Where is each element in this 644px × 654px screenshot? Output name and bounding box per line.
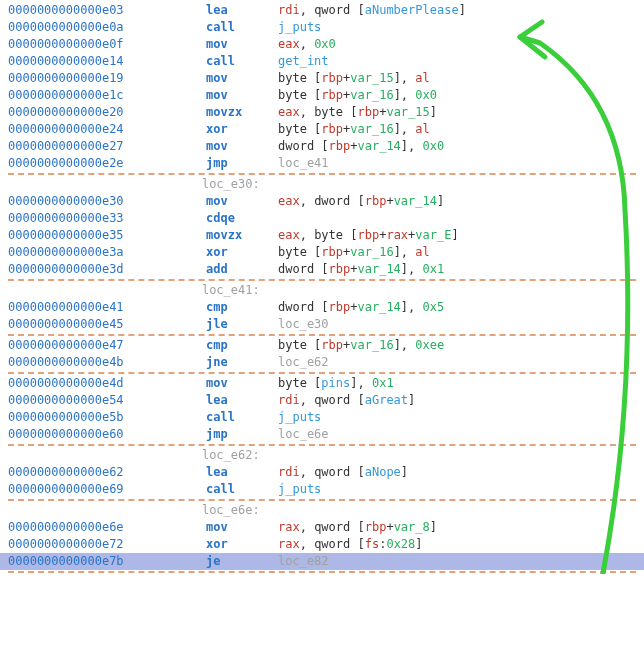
disasm-line[interactable]: 0000000000000e60jmp loc_e6e <box>0 426 644 443</box>
punct: , qword [ <box>300 393 365 407</box>
punct: , dword [ <box>300 194 365 208</box>
disasm-line[interactable]: 0000000000000e14call get_int <box>0 53 644 70</box>
operands: j_puts <box>278 481 321 498</box>
disasm-line[interactable]: 0000000000000e3axor byte [rbp+var_16], a… <box>0 244 644 261</box>
mnemonic: lea <box>206 393 228 407</box>
disasm-line[interactable]: 0000000000000e2ejmp loc_e41 <box>0 155 644 172</box>
mnemonic: mov <box>206 376 228 390</box>
symbol-ref: pins <box>321 376 350 390</box>
disasm-line[interactable]: 0000000000000e6emov rax, qword [rbp+var_… <box>0 519 644 536</box>
mnemonic-col: movzx <box>134 227 278 244</box>
punct: , qword [ <box>300 3 365 17</box>
mnemonic-col: call <box>134 53 278 70</box>
address: 0000000000000e30 <box>8 193 134 210</box>
mnemonic-col: lea <box>134 392 278 409</box>
address: 0000000000000e3a <box>8 244 134 261</box>
immediate: 0x28 <box>386 537 415 551</box>
register: eax <box>278 105 300 119</box>
mnemonic-col: xor <box>134 244 278 261</box>
disasm-line[interactable]: 0000000000000e03lea rdi, qword [aNumberP… <box>0 2 644 19</box>
location-ref: loc_e30 <box>278 317 329 331</box>
disasm-line[interactable]: 0000000000000e0acall j_puts <box>0 19 644 36</box>
disasm-line[interactable]: 0000000000000e4bjne loc_e62 <box>0 354 644 371</box>
location-ref: loc_e62 <box>278 355 329 369</box>
punct: ], <box>394 71 416 85</box>
punct: ], <box>394 88 416 102</box>
disasm-line[interactable]: 0000000000000e3dadd dword [rbp+var_14], … <box>0 261 644 278</box>
address: 0000000000000e24 <box>8 121 134 138</box>
symbol-ref: j_puts <box>278 410 321 424</box>
disasm-line[interactable]: 0000000000000e4dmov byte [pins], 0x1 <box>0 375 644 392</box>
mnemonic-col: call <box>134 409 278 426</box>
disasm-line[interactable]: 0000000000000e27mov dword [rbp+var_14], … <box>0 138 644 155</box>
disasm-line[interactable]: 0000000000000e35movzx eax, byte [rbp+rax… <box>0 227 644 244</box>
register: rbp <box>321 245 343 259</box>
mnemonic-col: call <box>134 481 278 498</box>
mnemonic: jmp <box>206 156 228 170</box>
mnemonic: add <box>206 262 228 276</box>
mnemonic: cmp <box>206 338 228 352</box>
address: 0000000000000e20 <box>8 104 134 121</box>
section-separator <box>8 173 636 175</box>
disasm-line[interactable]: 0000000000000e33cdqe <box>0 210 644 227</box>
disasm-line[interactable]: 0000000000000e41cmp dword [rbp+var_14], … <box>0 299 644 316</box>
disasm-line[interactable]: 0000000000000e69call j_puts <box>0 481 644 498</box>
operands: byte [rbp+var_16], 0x0 <box>278 87 437 104</box>
variable: var_16 <box>350 338 393 352</box>
disasm-line[interactable]: 0000000000000e0fmov eax, 0x0 <box>0 36 644 53</box>
address: 0000000000000e5b <box>8 409 134 426</box>
address: 0000000000000e45 <box>8 316 134 333</box>
disasm-line[interactable]: 0000000000000e45jle loc_e30 <box>0 316 644 333</box>
disasm-line[interactable]: 0000000000000e1cmov byte [rbp+var_16], 0… <box>0 87 644 104</box>
register: rbp <box>329 139 351 153</box>
mnemonic-col: jmp <box>134 155 278 172</box>
mnemonic: jmp <box>206 427 228 441</box>
punct: ], <box>401 262 423 276</box>
variable: var_16 <box>350 245 393 259</box>
mnemonic-col: jne <box>134 354 278 371</box>
mnemonic: call <box>206 20 235 34</box>
section-separator <box>8 372 636 374</box>
label-line: loc_e30: <box>0 176 644 193</box>
mnemonic-col: mov <box>134 193 278 210</box>
address: 0000000000000e47 <box>8 337 134 354</box>
disasm-line[interactable]: 0000000000000e20movzx eax, byte [rbp+var… <box>0 104 644 121</box>
disasm-line[interactable]: 0000000000000e24xor byte [rbp+var_16], a… <box>0 121 644 138</box>
mnemonic-col: jmp <box>134 426 278 443</box>
mnemonic-col: je <box>134 553 278 570</box>
punct: byte [ <box>278 376 321 390</box>
punct: ] <box>451 228 458 242</box>
register: rdi <box>278 393 300 407</box>
punct: + <box>350 262 357 276</box>
mnemonic: movzx <box>206 228 242 242</box>
immediate: 0x1 <box>423 262 445 276</box>
disasm-line[interactable]: 0000000000000e62lea rdi, qword [aNope] <box>0 464 644 481</box>
disasm-line[interactable]: 0000000000000e47cmp byte [rbp+var_16], 0… <box>0 337 644 354</box>
disasm-line[interactable]: 0000000000000e19mov byte [rbp+var_15], a… <box>0 70 644 87</box>
disasm-line[interactable]: 0000000000000e54lea rdi, qword [aGreat] <box>0 392 644 409</box>
mnemonic: mov <box>206 88 228 102</box>
punct: ], <box>394 245 416 259</box>
disasm-line[interactable]: 0000000000000e7bje loc_e82 <box>0 553 644 570</box>
address: 0000000000000e0f <box>8 36 134 53</box>
register: rbp <box>357 228 379 242</box>
disasm-line[interactable]: 0000000000000e5bcall j_puts <box>0 409 644 426</box>
address: 0000000000000e4d <box>8 375 134 392</box>
mnemonic: mov <box>206 194 228 208</box>
register: eax <box>278 37 300 51</box>
disasm-line[interactable]: 0000000000000e72xor rax, qword [fs:0x28] <box>0 536 644 553</box>
variable: var_14 <box>358 262 401 276</box>
location-label: loc_e30: <box>8 176 260 193</box>
mnemonic: mov <box>206 37 228 51</box>
operands: byte [rbp+var_16], al <box>278 244 430 261</box>
disasm-line[interactable]: 0000000000000e30mov eax, dword [rbp+var_… <box>0 193 644 210</box>
address: 0000000000000e35 <box>8 227 134 244</box>
mnemonic-col: lea <box>134 2 278 19</box>
address: 0000000000000e14 <box>8 53 134 70</box>
section-separator <box>8 334 636 336</box>
register: rbp <box>329 300 351 314</box>
address: 0000000000000e27 <box>8 138 134 155</box>
mnemonic-col: cdqe <box>134 210 278 227</box>
mnemonic-col: xor <box>134 121 278 138</box>
punct: ] <box>437 194 444 208</box>
